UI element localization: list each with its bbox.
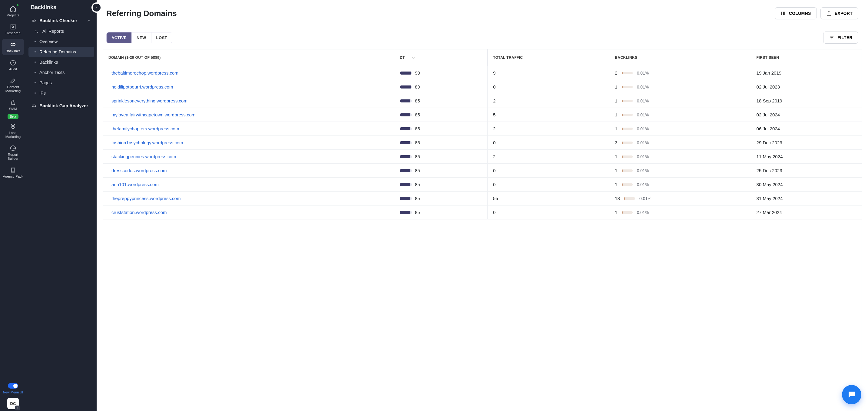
- cell-backlinks: 10.01%: [609, 94, 751, 108]
- col-domain[interactable]: DOMAIN (1-20 OUT OF 5889): [103, 50, 394, 66]
- cell-backlinks: 10.01%: [609, 150, 751, 164]
- table-row: sprinklesoneverything.wordpress.com85210…: [103, 94, 862, 108]
- table-row: heidilipotpourri.wordpress.com89010.01%0…: [103, 80, 862, 94]
- sidebar-collapse-button[interactable]: [93, 4, 100, 11]
- sidebar-item-overview[interactable]: Overview: [28, 36, 94, 47]
- domain-link[interactable]: myloveaffairwithcapetown.wordpress.com: [112, 112, 195, 117]
- backlinks-pct: 0.01%: [637, 113, 649, 117]
- svg-point-1: [12, 26, 13, 28]
- rail-label: Agency Pack: [3, 175, 23, 178]
- cell-first-seen: 25 Dec 2023: [751, 164, 862, 178]
- thumb-icon: [10, 99, 17, 106]
- status-dot-icon: [17, 4, 19, 6]
- export-button[interactable]: EXPORT: [820, 7, 858, 20]
- backlinks-bar: [622, 114, 633, 116]
- dt-bar: [400, 197, 412, 200]
- col-dt[interactable]: DT: [394, 50, 488, 66]
- table-row: stackingpennies.wordpress.com85210.01%11…: [103, 150, 862, 164]
- dt-value: 85: [415, 196, 420, 201]
- columns-button[interactable]: COLUMNS: [775, 7, 817, 20]
- cell-backlinks: 10.01%: [609, 206, 751, 219]
- tab-lost[interactable]: LOST: [151, 32, 172, 43]
- user-avatar[interactable]: DC: [7, 398, 19, 409]
- compare-icon: [31, 104, 36, 108]
- rail-local-marketing[interactable]: Local Marketing: [2, 121, 24, 141]
- link-icon: [10, 41, 17, 48]
- cell-dt: 85: [394, 122, 488, 136]
- rail-content-marketing[interactable]: Content Marketing: [2, 75, 24, 95]
- domain-link[interactable]: thebaltimorechop.wordpress.com: [112, 70, 178, 76]
- dt-value: 85: [415, 168, 420, 173]
- rail-label: Report Builder: [2, 153, 24, 160]
- sidebar-item-backlinks[interactable]: Backlinks: [28, 57, 94, 67]
- rail-label: Backlinks: [6, 49, 21, 53]
- rail-audit[interactable]: Audit: [2, 57, 24, 73]
- sidebar-item-referring-domains[interactable]: Referring Domains: [28, 47, 94, 57]
- domain-link[interactable]: dresscodes.wordpress.com: [112, 168, 167, 173]
- dt-bar: [400, 155, 412, 158]
- bullet-icon: [34, 82, 36, 83]
- backlinks-value: 1: [615, 168, 617, 173]
- cell-traffic: 0: [487, 164, 609, 178]
- col-first-seen[interactable]: FIRST SEEN: [751, 50, 862, 66]
- cell-dt: 85: [394, 136, 488, 150]
- cell-dt: 85: [394, 150, 488, 164]
- cell-traffic: 2: [487, 150, 609, 164]
- backlinks-pct: 0.01%: [637, 182, 649, 187]
- domain-link[interactable]: stackingpennies.wordpress.com: [112, 154, 176, 159]
- sidebar-item-anchor-texts[interactable]: Anchor Texts: [28, 67, 94, 78]
- backlinks-pct: 0.01%: [637, 140, 649, 145]
- sidebar-item-all-reports[interactable]: All Reports: [28, 26, 94, 36]
- svg-point-3: [12, 125, 14, 126]
- tab-active[interactable]: ACTIVE: [106, 32, 131, 43]
- col-dt-label: DT: [400, 56, 405, 60]
- rail-agency-pack[interactable]: Agency Pack: [2, 164, 24, 180]
- dt-bar: [400, 71, 412, 75]
- backlinks-pct: 0.01%: [637, 126, 649, 131]
- dt-bar: [400, 141, 412, 144]
- cell-domain: sprinklesoneverything.wordpress.com: [103, 94, 394, 108]
- backlinks-value: 1: [615, 84, 617, 89]
- rail-research[interactable]: Research: [2, 21, 24, 37]
- chevron-left-icon: [95, 6, 98, 9]
- avatar-settings[interactable]: [15, 406, 20, 410]
- domain-link[interactable]: cruststation.wordpress.com: [112, 210, 167, 215]
- sidebar-group-backlink-checker[interactable]: Backlink Checker: [28, 15, 94, 26]
- domain-link[interactable]: thefamilychapters.wordpress.com: [112, 126, 179, 131]
- rail-smm[interactable]: SMM: [2, 97, 24, 113]
- sort-desc-icon: [411, 56, 415, 60]
- backlinks-bar: [622, 170, 633, 172]
- table-row: ann101.wordpress.com85010.01%30 May 2024: [103, 178, 862, 192]
- domain-link[interactable]: sprinklesoneverything.wordpress.com: [112, 98, 187, 104]
- cell-dt: 85: [394, 164, 488, 178]
- upload-icon: [826, 10, 832, 16]
- cell-traffic: 2: [487, 122, 609, 136]
- filter-button[interactable]: FILTER: [823, 31, 858, 43]
- domain-link[interactable]: ann101.wordpress.com: [112, 182, 159, 187]
- dt-value: 85: [415, 182, 420, 187]
- backlinks-bar: [622, 72, 633, 74]
- tab-new[interactable]: NEW: [131, 32, 151, 43]
- icon-rail: Projects Research Backlinks Audit Conten…: [0, 0, 26, 411]
- col-traffic[interactable]: TOTAL TRAFFIC: [487, 50, 609, 66]
- domain-link[interactable]: thepreppyprincess.wordpress.com: [112, 196, 181, 201]
- sidebar-item-pages[interactable]: Pages: [28, 78, 94, 88]
- backlinks-bar: [622, 211, 633, 214]
- bullet-icon: [34, 72, 36, 73]
- rail-label: SMM: [9, 107, 17, 111]
- sidebar-group-gap-analyzer[interactable]: Backlink Gap Analyzer: [28, 100, 94, 111]
- domain-link[interactable]: fashion1psychology.wordpress.com: [112, 140, 183, 145]
- cell-domain: cruststation.wordpress.com: [103, 206, 394, 219]
- domain-link[interactable]: heidilipotpourri.wordpress.com: [112, 84, 173, 89]
- rail-report-builder[interactable]: Report Builder: [2, 143, 24, 163]
- sidebar-item-ips[interactable]: IPs: [28, 88, 94, 98]
- page-title: Referring Domains: [106, 9, 177, 18]
- chat-button[interactable]: [842, 385, 861, 404]
- rail-projects[interactable]: Projects: [2, 3, 24, 19]
- menu-toggle[interactable]: [8, 383, 18, 388]
- cell-first-seen: 18 Sep 2019: [751, 94, 862, 108]
- cell-traffic: 2: [487, 94, 609, 108]
- backlinks-bar: [622, 183, 633, 186]
- rail-backlinks[interactable]: Backlinks: [2, 39, 24, 55]
- col-backlinks[interactable]: BACKLINKS: [609, 50, 751, 66]
